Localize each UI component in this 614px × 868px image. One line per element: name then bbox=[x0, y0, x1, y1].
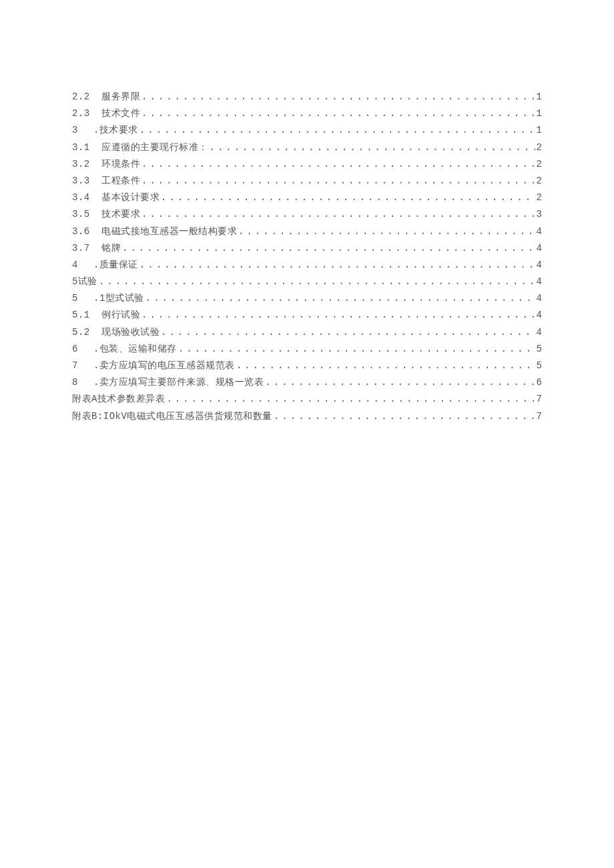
toc-entry-number: 5.2 bbox=[72, 328, 101, 337]
toc-entry-page: 1 bbox=[537, 125, 542, 135]
toc-entry-number: 2.3 bbox=[72, 109, 101, 118]
toc-entry: 3.4基本设计要求 2 bbox=[72, 193, 542, 202]
toc-entry-page: 7 bbox=[537, 412, 542, 421]
toc-leader-dots bbox=[122, 244, 535, 253]
toc-leader-dots bbox=[99, 277, 535, 286]
toc-entry-page: 4 bbox=[537, 227, 542, 236]
toc-entry: 3.5技术要求 3 bbox=[72, 209, 542, 219]
toc-leader-dots bbox=[141, 159, 535, 169]
toc-leader-dots bbox=[141, 109, 535, 118]
toc-entry-page: 2 bbox=[537, 159, 542, 169]
toc-entry: 6.包装、运输和储存 5 bbox=[72, 344, 542, 354]
toc-entry-page: 2 bbox=[537, 193, 542, 202]
toc-entry-title: .质量保证 bbox=[93, 260, 138, 270]
toc-entry-page: 6 bbox=[537, 378, 542, 387]
toc-entry-number: 3.1 bbox=[72, 143, 101, 152]
toc-entry-page: 5 bbox=[537, 344, 542, 354]
toc-entry-number: 3.5 bbox=[72, 209, 101, 219]
toc-leader-dots bbox=[145, 294, 535, 303]
toc-entry-title: 应遵循的主要现行标准： bbox=[101, 143, 208, 152]
toc-entry-title: .卖方应填写主要部件来源、规格一览表 bbox=[93, 378, 264, 387]
toc-leader-dots bbox=[139, 260, 535, 270]
toc-leader-dots bbox=[161, 328, 535, 337]
toc-entry-page: 5 bbox=[537, 361, 542, 370]
toc-entry: 5试验 4 bbox=[72, 277, 542, 286]
toc-entry: 3.技术要求 1 bbox=[72, 125, 542, 135]
toc-entry-title: 铭牌 bbox=[101, 244, 121, 253]
toc-entry-number: 3.7 bbox=[72, 244, 101, 253]
toc-leader-dots bbox=[166, 394, 535, 404]
toc-entry-title: 基本设计要求 bbox=[101, 193, 160, 202]
toc-entry-number: 5 bbox=[72, 294, 93, 303]
toc-entry-number: 4 bbox=[72, 260, 93, 270]
toc-entry: 5.1型式试验 4 bbox=[72, 294, 542, 303]
toc-entry-number: 3 bbox=[72, 125, 93, 135]
toc-entry: 3.7铭牌 4 bbox=[72, 244, 542, 253]
toc-entry-number: 2.2 bbox=[72, 92, 101, 101]
toc-entry: 3.1应遵循的主要现行标准： 2 bbox=[72, 143, 542, 152]
toc-entry: 4.质量保证 4 bbox=[72, 260, 542, 270]
toc-entry: 附表B:IOkV电磁式电压互感器供货规范和数量 7 bbox=[72, 412, 542, 421]
toc-entry-title: 附表A技术参数差异表 bbox=[72, 394, 165, 404]
toc-leader-dots bbox=[178, 344, 535, 354]
toc-entry-title: 技术要求 bbox=[101, 209, 140, 219]
toc-entry-page: 4 bbox=[537, 294, 542, 303]
toc-entry-title: 例行试验 bbox=[101, 310, 140, 320]
toc-leader-dots bbox=[161, 193, 535, 202]
toc-entry: 5.2现场验收试验 4 bbox=[72, 328, 542, 337]
toc-entry-number: 3.4 bbox=[72, 193, 101, 202]
toc-entry-title: 试验 bbox=[78, 277, 97, 286]
toc-entry-number: 7 bbox=[72, 361, 93, 370]
toc-entry-title: 服务界限 bbox=[101, 92, 140, 101]
toc-entry-page: 2 bbox=[537, 176, 542, 185]
toc-entry-title: 技术文件 bbox=[101, 109, 140, 118]
toc-entry-title: 环境条件 bbox=[101, 159, 140, 169]
toc-entry: 2.3技术文件 1 bbox=[72, 109, 542, 118]
toc-entry: 附表A技术参数差异表 7 bbox=[72, 394, 542, 404]
toc-entry-page: 1 bbox=[537, 92, 542, 101]
toc-leader-dots bbox=[141, 310, 535, 320]
toc-entry: 2.2服务界限 1 bbox=[72, 92, 542, 101]
toc-leader-dots bbox=[274, 412, 535, 421]
toc-leader-dots bbox=[238, 227, 535, 236]
toc-leader-dots bbox=[210, 143, 535, 152]
toc-entry-page: 4 bbox=[537, 310, 542, 320]
toc-entry-page: 4 bbox=[537, 244, 542, 253]
toc-entry-title: 工程条件 bbox=[101, 176, 140, 185]
toc-entry-number: 8 bbox=[72, 378, 93, 387]
toc-entry-number: 3.3 bbox=[72, 176, 101, 185]
toc-entry-number: 5.1 bbox=[72, 310, 101, 320]
toc-leader-dots bbox=[265, 378, 535, 387]
table-of-contents: 2.2服务界限 12.3技术文件 13.技术要求 13.1应遵循的主要现行标准：… bbox=[72, 92, 542, 421]
toc-entry-title: 附表B:IOkV电磁式电压互感器供货规范和数量 bbox=[72, 412, 272, 421]
toc-leader-dots bbox=[141, 176, 535, 185]
toc-leader-dots bbox=[141, 92, 535, 101]
toc-entry: 5.1例行试验 4 bbox=[72, 310, 542, 320]
toc-entry-page: 7 bbox=[537, 394, 542, 404]
toc-entry-title: 电磁式接地互感器一般结构要求 bbox=[101, 227, 237, 236]
toc-entry-page: 1 bbox=[537, 109, 542, 118]
toc-entry-number: 6 bbox=[72, 344, 93, 354]
toc-entry-title: 现场验收试验 bbox=[101, 328, 160, 337]
toc-entry-page: 2 bbox=[537, 143, 542, 152]
toc-entry: 3.6电磁式接地互感器一般结构要求 4 bbox=[72, 227, 542, 236]
toc-entry: 8.卖方应填写主要部件来源、规格一览表 6 bbox=[72, 378, 542, 387]
toc-entry-title: .包装、运输和储存 bbox=[93, 344, 177, 354]
toc-entry-number: 5 bbox=[72, 277, 78, 286]
toc-entry: 3.3工程条件 2 bbox=[72, 176, 542, 185]
toc-entry: 7.卖方应填写的电压互感器规范表 5 bbox=[72, 361, 542, 370]
toc-leader-dots bbox=[141, 209, 535, 219]
toc-entry-page: 3 bbox=[537, 209, 542, 219]
toc-entry: 3.2环境条件 2 bbox=[72, 159, 542, 169]
toc-entry-page: 4 bbox=[537, 277, 542, 286]
toc-leader-dots bbox=[139, 125, 535, 135]
toc-entry-title: .卖方应填写的电压互感器规范表 bbox=[93, 361, 235, 370]
toc-entry-page: 4 bbox=[537, 260, 542, 270]
toc-entry-page: 4 bbox=[537, 328, 542, 337]
toc-entry-title: .技术要求 bbox=[93, 125, 138, 135]
toc-entry-title: .1型式试验 bbox=[93, 294, 144, 303]
toc-entry-number: 3.6 bbox=[72, 227, 101, 236]
toc-leader-dots bbox=[236, 361, 535, 370]
toc-entry-number: 3.2 bbox=[72, 159, 101, 169]
